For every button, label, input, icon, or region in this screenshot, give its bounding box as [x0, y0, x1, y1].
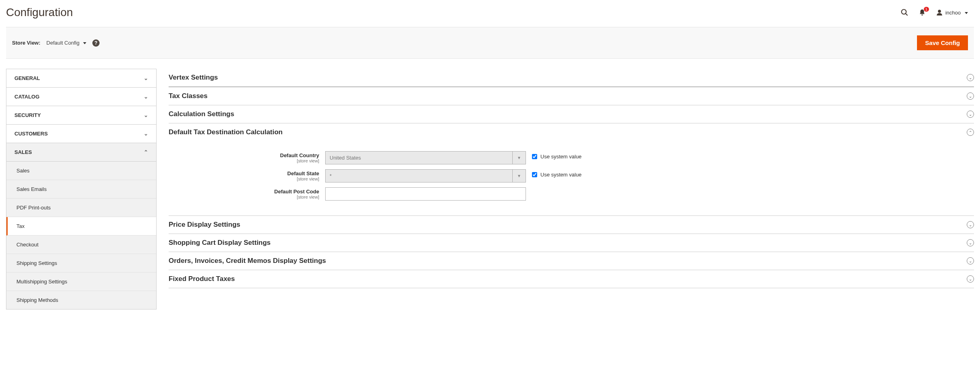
section-price-display[interactable]: Price Display Settings ⌄	[169, 216, 974, 234]
expand-icon: ⌄	[967, 74, 974, 81]
svg-point-2	[938, 10, 941, 13]
expand-icon: ⌄	[967, 239, 974, 246]
chevron-down-icon: ⌄	[144, 112, 148, 118]
chevron-down-icon: ⌄	[144, 75, 148, 81]
default-postcode-input[interactable]	[325, 187, 526, 201]
sidebar-tab-label: CATALOG	[14, 94, 39, 100]
search-icon[interactable]	[901, 8, 909, 16]
use-system-value-state-checkbox[interactable]	[532, 172, 537, 177]
default-postcode-label: Default Post Code	[274, 189, 319, 195]
sidebar-item-sales-emails[interactable]: Sales Emails	[6, 180, 156, 199]
section-cart-display[interactable]: Shopping Cart Display Settings ⌄	[169, 234, 974, 252]
store-view-switcher[interactable]: Default Config	[47, 40, 86, 46]
collapse-icon: ⌃	[967, 129, 974, 136]
notification-badge: 1	[924, 7, 929, 12]
scope-label: [store view]	[169, 195, 319, 199]
section-title: Price Display Settings	[169, 221, 240, 229]
sidebar-item-sales[interactable]: Sales	[6, 162, 156, 180]
default-country-select: United States ▼	[325, 151, 526, 164]
scope-label: [store view]	[169, 176, 319, 181]
user-menu[interactable]: inchoo	[936, 9, 968, 16]
scope-label: [store view]	[169, 158, 319, 163]
section-calculation-settings[interactable]: Calculation Settings ⌄	[169, 105, 974, 123]
sidebar-item-shipping-settings[interactable]: Shipping Settings	[6, 254, 156, 273]
section-fixed-product-taxes[interactable]: Fixed Product Taxes ⌄	[169, 270, 974, 288]
sidebar-item-pdf-printouts[interactable]: PDF Print-outs	[6, 199, 156, 217]
save-config-button[interactable]: Save Config	[917, 35, 968, 50]
chevron-down-icon: ▼	[512, 170, 526, 182]
sidebar-tab-label: GENERAL	[14, 75, 40, 81]
expand-icon: ⌄	[967, 111, 974, 118]
page-title: Configuration	[6, 6, 73, 19]
chevron-down-icon	[81, 40, 86, 46]
expand-icon: ⌄	[967, 221, 974, 228]
default-state-select: * ▼	[325, 169, 526, 182]
svg-line-1	[905, 14, 907, 16]
notifications-icon[interactable]: 1	[919, 9, 926, 16]
section-title: Tax Classes	[169, 92, 208, 100]
default-state-label: Default State	[287, 170, 319, 176]
section-orders-display[interactable]: Orders, Invoices, Credit Memos Display S…	[169, 252, 974, 270]
default-country-label: Default Country	[280, 152, 320, 158]
chevron-down-icon: ⌄	[144, 94, 148, 100]
use-system-value-label: Use system value	[540, 172, 582, 178]
chevron-down-icon: ▼	[512, 152, 526, 164]
section-title: Shopping Cart Display Settings	[169, 239, 271, 247]
expand-icon: ⌄	[967, 92, 974, 100]
sidebar-tab-customers[interactable]: CUSTOMERS ⌄	[6, 125, 156, 143]
section-title: Fixed Product Taxes	[169, 275, 235, 283]
sidebar-item-shipping-methods[interactable]: Shipping Methods	[6, 291, 156, 309]
sidebar-tab-label: CUSTOMERS	[14, 131, 48, 137]
section-title: Calculation Settings	[169, 110, 234, 118]
username: inchoo	[945, 10, 961, 16]
sidebar-tab-label: SALES	[14, 149, 32, 155]
expand-icon: ⌄	[967, 257, 974, 265]
chevron-down-icon: ⌄	[144, 131, 148, 137]
expand-icon: ⌄	[967, 275, 974, 283]
sidebar-item-multishipping[interactable]: Multishipping Settings	[6, 273, 156, 291]
sidebar-tab-sales[interactable]: SALES ⌃	[6, 143, 156, 162]
section-tax-classes[interactable]: Tax Classes ⌄	[169, 87, 974, 105]
section-title: Vertex Settings	[169, 74, 218, 82]
help-icon[interactable]: ?	[92, 39, 100, 47]
use-system-value-country-checkbox[interactable]	[532, 154, 537, 159]
svg-point-0	[901, 10, 906, 14]
config-sidebar: GENERAL ⌄ CATALOG ⌄ SECURITY ⌄ CUSTOMERS…	[6, 69, 157, 310]
chevron-up-icon: ⌃	[144, 149, 148, 155]
sidebar-tab-catalog[interactable]: CATALOG ⌄	[6, 88, 156, 106]
section-vertex-settings[interactable]: Vertex Settings ⌄	[169, 69, 974, 87]
sidebar-item-tax[interactable]: Tax	[6, 217, 156, 236]
chevron-down-icon	[963, 10, 968, 16]
use-system-value-label: Use system value	[540, 154, 582, 160]
sidebar-tab-label: SECURITY	[14, 112, 41, 118]
store-view-label: Store View:	[12, 40, 41, 46]
section-title: Default Tax Destination Calculation	[169, 128, 283, 136]
sidebar-item-checkout[interactable]: Checkout	[6, 236, 156, 254]
sidebar-tab-security[interactable]: SECURITY ⌄	[6, 106, 156, 125]
section-default-tax-destination[interactable]: Default Tax Destination Calculation ⌃	[169, 123, 974, 141]
sidebar-tab-general[interactable]: GENERAL ⌄	[6, 69, 156, 88]
section-title: Orders, Invoices, Credit Memos Display S…	[169, 257, 326, 265]
